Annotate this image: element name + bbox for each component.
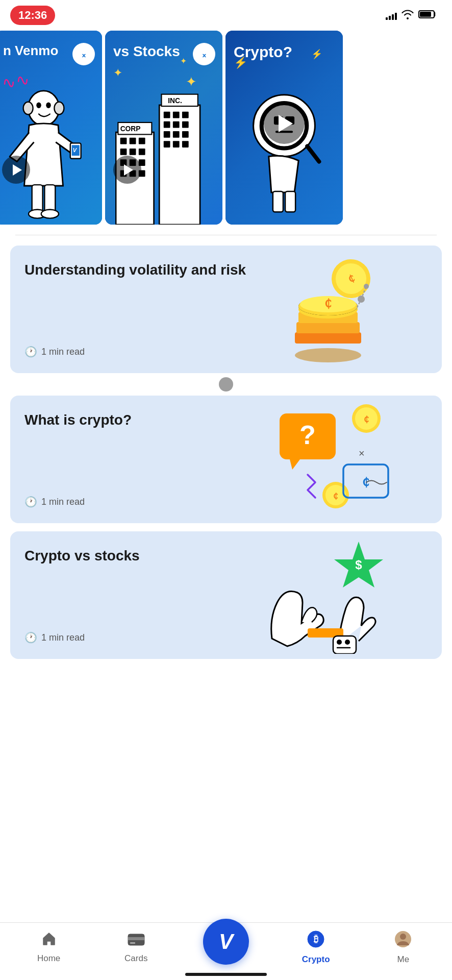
bolt-deco-1: ⚡ bbox=[234, 56, 247, 69]
nav-item-me[interactable]: Me bbox=[383, 930, 423, 965]
svg-point-3 bbox=[36, 103, 41, 108]
read-time-2: 1 min read bbox=[41, 497, 85, 507]
home-indicator bbox=[185, 973, 267, 976]
svg-point-5 bbox=[23, 102, 33, 115]
article-meta-3: 🕐 1 min read bbox=[24, 631, 428, 644]
svg-rect-36 bbox=[164, 131, 170, 138]
signal-icon bbox=[386, 11, 397, 20]
article-meta-1: 🕐 1 min read bbox=[24, 346, 428, 358]
crypto-nav-icon: ₿ bbox=[307, 930, 325, 952]
svg-rect-35 bbox=[182, 121, 189, 128]
svg-rect-87 bbox=[130, 942, 135, 944]
svg-rect-33 bbox=[164, 121, 170, 128]
crypto-badge-1: ₓ bbox=[72, 43, 95, 65]
status-time: 12:36 bbox=[10, 6, 55, 25]
svg-marker-68 bbox=[290, 459, 300, 470]
read-time-1: 1 min read bbox=[41, 347, 85, 357]
nav-label-home: Home bbox=[37, 953, 60, 964]
svg-text:×: × bbox=[359, 448, 365, 459]
person-illustration-1: V bbox=[0, 79, 102, 225]
svg-rect-19 bbox=[130, 149, 136, 155]
volatility-article-card[interactable]: Understanding volatility and risk 🕐 1 mi… bbox=[10, 246, 442, 373]
svg-text:₵: ₵ bbox=[364, 415, 369, 424]
svg-rect-53 bbox=[296, 322, 360, 333]
svg-rect-41 bbox=[182, 141, 189, 148]
nav-label-me: Me bbox=[397, 954, 410, 965]
svg-rect-34 bbox=[173, 121, 180, 128]
svg-rect-37 bbox=[173, 131, 180, 138]
nav-item-cards[interactable]: Cards bbox=[116, 931, 157, 964]
articles-section: Understanding volatility and risk 🕐 1 mi… bbox=[0, 246, 452, 761]
svg-line-48 bbox=[307, 146, 319, 161]
article-title-2: What is crypto? bbox=[24, 411, 246, 429]
svg-rect-49 bbox=[273, 191, 283, 212]
cards-icon bbox=[127, 931, 145, 951]
svg-text:INC.: INC. bbox=[168, 96, 182, 105]
play-button-1[interactable] bbox=[2, 156, 30, 184]
clock-icon-1: 🕐 bbox=[24, 346, 37, 358]
bolt-deco-2: ⚡ bbox=[311, 48, 322, 60]
svg-rect-86 bbox=[128, 937, 144, 940]
me-icon bbox=[394, 930, 412, 952]
crypto-vs-stocks-card[interactable]: Crypto vs stocks 🕐 1 min read $ bbox=[10, 531, 442, 659]
crypto-video-card[interactable]: Crypto? ⚡ ⚡ bbox=[225, 31, 343, 225]
dot-separator bbox=[10, 377, 442, 391]
svg-text:$: $ bbox=[356, 558, 363, 572]
wifi-icon bbox=[401, 9, 414, 22]
svg-point-13 bbox=[41, 210, 59, 218]
svg-rect-38 bbox=[182, 131, 189, 138]
svg-point-6 bbox=[54, 102, 64, 115]
venmo-video-card[interactable]: n Venmo ∿∿ bbox=[0, 31, 102, 225]
svg-text:CORP: CORP bbox=[120, 125, 141, 133]
svg-rect-52 bbox=[295, 332, 361, 344]
svg-point-91 bbox=[400, 934, 406, 940]
svg-text:?: ? bbox=[299, 420, 316, 450]
nav-label-cards: Cards bbox=[124, 953, 147, 964]
star-deco-2: ✦ bbox=[180, 56, 187, 66]
nav-item-crypto[interactable]: ₿ Crypto bbox=[295, 930, 336, 965]
star-deco-1: ✦ bbox=[113, 66, 122, 80]
svg-text:₿: ₿ bbox=[314, 934, 318, 944]
video-carousel: n Venmo ∿∿ bbox=[0, 31, 452, 225]
svg-rect-50 bbox=[285, 191, 295, 212]
article-title-1: Understanding volatility and risk bbox=[24, 261, 246, 279]
svg-rect-39 bbox=[164, 141, 170, 148]
status-bar: 12:36 bbox=[0, 0, 452, 31]
pay-request-fab[interactable]: V bbox=[203, 919, 249, 965]
svg-rect-18 bbox=[120, 149, 127, 155]
what-is-crypto-card[interactable]: What is crypto? 🕐 1 min read ? ₵ ₵ bbox=[10, 396, 442, 523]
clock-icon-2: 🕐 bbox=[24, 496, 37, 508]
svg-point-4 bbox=[46, 103, 51, 108]
read-time-3: 1 min read bbox=[41, 632, 85, 643]
nav-label-crypto: Crypto bbox=[302, 954, 330, 965]
play-button-3[interactable] bbox=[264, 103, 305, 144]
svg-rect-40 bbox=[173, 141, 180, 148]
svg-rect-17 bbox=[139, 138, 145, 144]
svg-rect-31 bbox=[173, 112, 180, 118]
svg-text:₵: ₵ bbox=[362, 476, 369, 488]
article-meta-2: 🕐 1 min read bbox=[24, 496, 428, 508]
clock-icon-3: 🕐 bbox=[24, 631, 37, 644]
play-button-2[interactable] bbox=[113, 156, 141, 184]
svg-rect-16 bbox=[130, 138, 136, 144]
svg-rect-30 bbox=[164, 112, 170, 118]
svg-text:₵: ₵ bbox=[324, 297, 332, 310]
venmo-v-logo: V bbox=[219, 929, 233, 954]
section-divider bbox=[15, 235, 437, 235]
svg-rect-20 bbox=[139, 149, 145, 155]
stocks-video-card[interactable]: vs Stocks ✦ ✦ ✦ bbox=[105, 31, 222, 225]
home-icon bbox=[41, 931, 57, 951]
star-deco-3: ✦ bbox=[186, 74, 197, 90]
svg-rect-15 bbox=[120, 138, 127, 144]
battery-icon bbox=[418, 10, 437, 21]
nav-item-home[interactable]: Home bbox=[29, 931, 69, 964]
article-title-3: Crypto vs stocks bbox=[24, 547, 246, 565]
status-icons bbox=[386, 9, 437, 22]
crypto-badge-2: ₓ bbox=[193, 43, 215, 65]
svg-rect-1 bbox=[420, 12, 431, 17]
svg-rect-32 bbox=[182, 112, 189, 118]
